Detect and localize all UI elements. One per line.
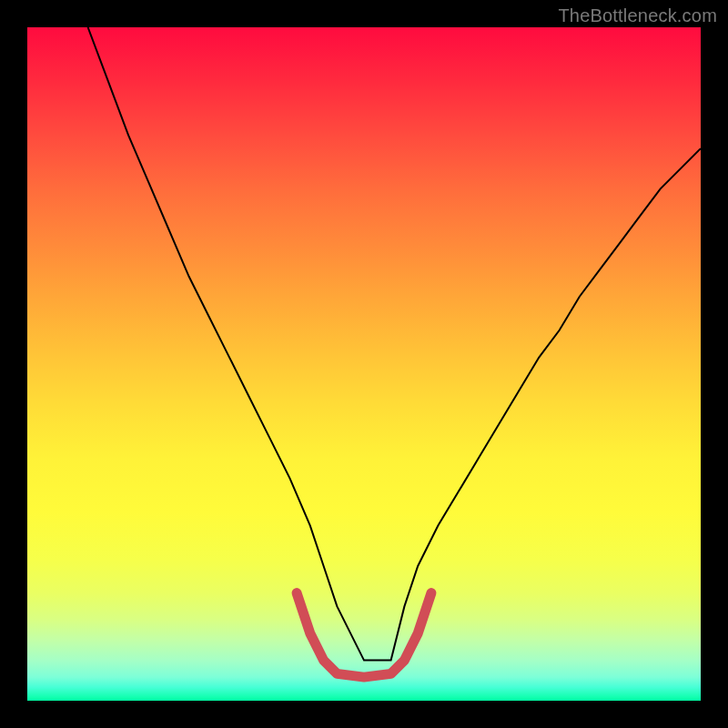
red-bracket xyxy=(297,593,431,678)
chart-frame: TheBottleneck.com xyxy=(0,0,728,728)
chart-svg xyxy=(27,27,701,701)
plot-area xyxy=(27,27,701,701)
black-curve xyxy=(88,27,701,661)
watermark-text: TheBottleneck.com xyxy=(558,5,717,26)
